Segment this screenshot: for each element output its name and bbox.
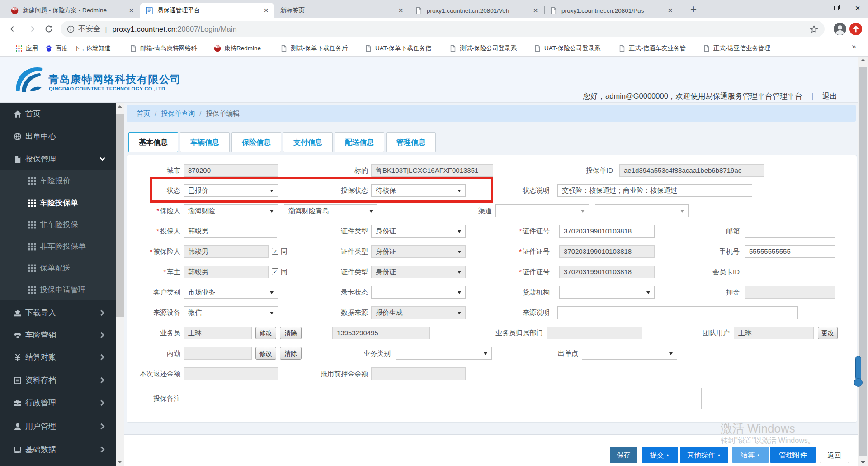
bookmarks-overflow-icon[interactable]: » <box>852 42 856 51</box>
bookmark-item[interactable]: 康特Redmine <box>214 43 261 54</box>
page-scrollbar-thumb[interactable] <box>859 67 867 456</box>
change-button[interactable]: 更改 <box>818 327 838 339</box>
channel-select[interactable] <box>495 204 589 217</box>
提交-button[interactable]: 提交▲ <box>642 447 678 463</box>
company-logo <box>13 62 46 97</box>
id_no_2-label: *证件证号 <box>450 245 550 258</box>
office-label: 内勤 <box>81 347 180 360</box>
bookmark-item[interactable]: 测试-保险公司登录系 <box>449 43 517 54</box>
page-scroll-down-icon[interactable] <box>861 461 865 464</box>
status-select[interactable]: 已报价 <box>184 184 278 197</box>
reload-icon[interactable] <box>44 24 53 33</box>
update-icon[interactable] <box>849 23 862 35</box>
forward-icon[interactable] <box>27 24 36 33</box>
bookmark-item[interactable]: UAT-保单下载任务信 <box>365 43 431 54</box>
scroll-indicator[interactable] <box>855 356 861 380</box>
info-icon[interactable] <box>67 25 75 33</box>
url-field[interactable]: 不安全 | proxy1.countnet.cn:20807/Login/Mai… <box>61 21 825 37</box>
modify-button[interactable]: 修改 <box>255 347 276 360</box>
modify-button[interactable]: 修改 <box>255 327 276 339</box>
clear-button[interactable]: 清除 <box>280 327 302 339</box>
tab-close-icon[interactable]: ✕ <box>666 6 675 15</box>
browser-tab[interactable]: 易保通管理平台✕ <box>140 3 274 18</box>
bookmark-item[interactable]: 正式-信通车友业务管 <box>618 43 686 54</box>
其他操作-button[interactable]: 其他操作▲ <box>680 447 728 463</box>
avatar-icon[interactable] <box>834 23 846 35</box>
windows-activation-watermark-sub: 转到"设置"以激活 Windows。 <box>721 436 815 446</box>
sidebar-scrollbar[interactable] <box>116 103 124 466</box>
source_device-select[interactable]: 微信 <box>184 306 278 319</box>
logout-link[interactable]: 退出 <box>822 91 837 101</box>
page-scroll-up-icon[interactable] <box>861 59 865 61</box>
status_note-field[interactable]: 交强险：核保通过；商业险：核保通过 <box>557 184 752 197</box>
browser-tab[interactable]: proxy1.countnet.cn:20801/Pus✕ <box>544 3 678 18</box>
tab-配送信息[interactable]: 配送信息 <box>335 132 384 152</box>
customer_type-select[interactable]: 市场业务 <box>184 286 278 299</box>
管理附件-button[interactable]: 管理附件 <box>770 447 816 463</box>
new-tab-button[interactable]: + <box>687 3 700 16</box>
insurer_branch-select[interactable]: 渤海财险青岛 <box>284 204 377 217</box>
breadcrumb-item: 投保单编辑 <box>206 109 240 117</box>
sidebar-item-1[interactable]: 出单中心 <box>0 128 116 146</box>
channel-select[interactable] <box>595 204 689 217</box>
mobile-field[interactable]: 55555555555 <box>745 245 835 258</box>
scroll-indicator-knob[interactable] <box>854 378 863 387</box>
bookmark-item[interactable]: 应用 <box>15 43 38 54</box>
sidebar-item-0[interactable]: 首页 <box>0 105 116 123</box>
back-icon[interactable] <box>9 24 18 33</box>
tab-close-icon[interactable]: ✕ <box>396 6 405 15</box>
insurer-select[interactable]: 渤海财险 <box>184 204 278 217</box>
tab-支付信息[interactable]: 支付信息 <box>283 132 333 152</box>
bookmark-item[interactable]: UAT-保险公司登录系 <box>534 43 600 54</box>
tab-close-icon[interactable]: ✕ <box>127 6 136 15</box>
page-icon <box>550 7 557 14</box>
tab-车辆信息[interactable]: 车辆信息 <box>180 132 230 152</box>
结算-button[interactable]: 结算▲ <box>732 447 769 463</box>
team_user-label: 团队用户 <box>630 327 730 339</box>
scroll-down-icon[interactable] <box>118 461 122 463</box>
close-button[interactable]: × <box>847 0 868 15</box>
yen-icon <box>14 353 22 361</box>
subject-label: 标的 <box>269 164 368 177</box>
grid-icon <box>28 243 36 251</box>
bookmark-item[interactable]: 测试-保单下载任务后 <box>280 43 348 54</box>
grid-icon <box>28 286 36 294</box>
email-field[interactable] <box>745 225 835 238</box>
sidebar-item-15[interactable]: 基础数据 <box>0 441 116 459</box>
breadcrumb-item[interactable]: 投保单查询 <box>161 109 195 117</box>
team_user-field: 王琳 <box>734 327 814 339</box>
bookmark-item[interactable]: 邮箱-青岛康特网络科 <box>130 43 197 54</box>
minimize-button[interactable] <box>791 0 812 15</box>
mobile-label: 手机号 <box>640 245 740 258</box>
返回-button[interactable]: 返回 <box>820 447 849 463</box>
office-field <box>184 347 252 360</box>
scroll-up-icon[interactable] <box>118 105 122 108</box>
保存-button[interactable]: 保存 <box>610 447 637 463</box>
source_note-field[interactable] <box>557 306 798 319</box>
biz_type-select[interactable] <box>396 347 492 360</box>
tab-基本信息[interactable]: 基本信息 <box>128 132 178 152</box>
browser-tab[interactable]: 新建问题 - 保险方案 - Redmine✕ <box>5 3 139 18</box>
tab-保险信息[interactable]: 保险信息 <box>231 132 281 152</box>
tab-close-icon[interactable]: ✕ <box>531 6 540 15</box>
bookmark-item[interactable]: 百度一下，你就知道 <box>45 43 111 54</box>
browser-tab[interactable]: 新标签页✕ <box>275 3 409 18</box>
breadcrumb-item[interactable]: 首页 <box>137 109 150 117</box>
ebaotong-icon <box>146 7 153 14</box>
page-scrollbar[interactable] <box>858 57 868 466</box>
deposit_balance-label: 抵用前押金余额 <box>269 367 368 380</box>
issue_point-select[interactable] <box>582 347 677 360</box>
maximize-button[interactable] <box>826 0 847 15</box>
tab-close-icon[interactable]: ✕ <box>262 6 270 15</box>
browser-tab[interactable]: proxy1.countnet.cn:20801/Veh✕ <box>410 3 543 18</box>
tab-管理信息[interactable]: 管理信息 <box>386 132 436 152</box>
baidu-icon <box>45 45 52 52</box>
applicant-field[interactable]: 韩竣男 <box>184 225 277 238</box>
remark-textarea[interactable] <box>184 388 702 409</box>
form-panel: 城市370200标的鲁BK103T|LGXC16AFXF0013351投保单ID… <box>127 155 857 423</box>
bookmark-item[interactable]: 正式-诺亚信业务管理 <box>703 43 770 54</box>
id_no_3-label: *证件证号 <box>450 266 550 278</box>
sidebar-item-14[interactable]: 用户管理 <box>0 418 116 436</box>
member_id-field[interactable] <box>745 266 835 278</box>
star-icon[interactable] <box>810 25 818 33</box>
